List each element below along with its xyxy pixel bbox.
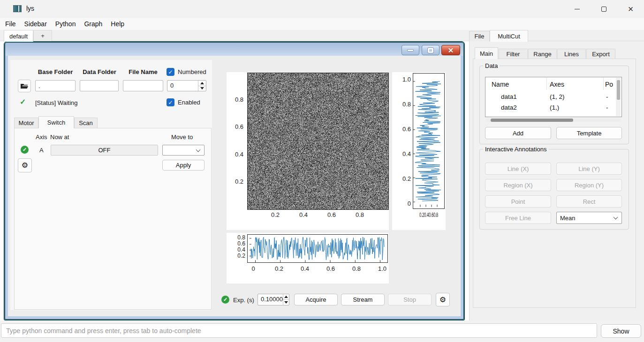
table-row-cell[interactable]: (1,)	[550, 104, 559, 111]
menu-python[interactable]: Python	[51, 18, 80, 30]
workspace-tab-default[interactable]: default	[4, 30, 33, 42]
application-window: lys × File Sidebar Python Graph Help def…	[0, 0, 644, 342]
workspace-tab-add[interactable]: +	[33, 30, 52, 41]
file-name-input[interactable]	[123, 80, 163, 91]
window-minimize-button[interactable]	[564, 0, 591, 18]
add-button[interactable]: Add	[485, 127, 551, 139]
line-x-button[interactable]: Line (X)	[485, 163, 551, 175]
table-horizontal-scrollbar[interactable]	[486, 119, 621, 122]
file-number-spinbox[interactable]: 0	[167, 80, 206, 91]
inner-minimize-button[interactable]	[402, 45, 419, 55]
scrollbar-handle[interactable]	[491, 119, 573, 122]
up-arrow-icon	[200, 82, 204, 84]
menu-sidebar[interactable]: Sidebar	[20, 18, 51, 30]
data-folder-input[interactable]	[80, 80, 119, 91]
image-ytick: 0.2	[229, 178, 243, 185]
maximize-icon	[428, 48, 433, 53]
scrollbar-handle[interactable]	[617, 80, 620, 100]
table-vertical-scrollbar[interactable]	[616, 78, 621, 116]
table-row-cell[interactable]: -	[606, 93, 608, 100]
subtab-main[interactable]: Main	[475, 47, 498, 59]
subtab-export[interactable]: Export	[586, 49, 615, 59]
exposure-spinbox[interactable]: 0.10000	[258, 294, 289, 305]
switch-settings-button[interactable]: ⚙	[18, 158, 32, 172]
table-row-cell[interactable]: data1	[501, 93, 517, 100]
numbered-checkbox[interactable]: ✓	[167, 68, 174, 76]
image-xtick: 0.8	[350, 211, 369, 218]
move-to-combobox[interactable]	[162, 145, 205, 156]
column-axes: Axes	[550, 81, 564, 88]
axis-now-value[interactable]: OFF	[51, 145, 158, 156]
image-plot-canvas[interactable]	[247, 73, 389, 210]
spin-arrows	[198, 81, 206, 91]
table-row-cell[interactable]: (1, 2)	[550, 93, 565, 100]
bottom-ytick: 0.2	[232, 253, 245, 259]
show-button[interactable]: Show	[601, 324, 641, 338]
side-ytick: 0.8	[397, 101, 411, 108]
side-ytick: 0.6	[397, 126, 411, 133]
mean-combobox[interactable]: Mean	[556, 212, 622, 224]
menubar: File Sidebar Python Graph Help	[0, 18, 644, 30]
side-ytick: 1.0	[397, 76, 411, 83]
table-row-cell[interactable]: data2	[501, 104, 517, 111]
window-close-button[interactable]: ×	[617, 0, 644, 18]
template-button[interactable]: Template	[556, 127, 622, 139]
minimize-icon	[575, 9, 580, 9]
free-line-button[interactable]: Free Line	[485, 212, 551, 224]
menu-help[interactable]: Help	[106, 18, 129, 30]
spin-up-button[interactable]	[198, 81, 206, 86]
spin-arrows	[283, 294, 289, 305]
subtab-lines[interactable]: Lines	[557, 49, 586, 59]
subtab-filter[interactable]: Filter	[499, 49, 528, 59]
bottom-xtick: 0.4	[295, 265, 314, 272]
exposure-value: 0.10000	[258, 294, 283, 305]
menu-file[interactable]: File	[1, 18, 20, 30]
bottom-ytick: 0.6	[232, 240, 245, 247]
acquisition-window-titlebar[interactable]	[5, 43, 463, 56]
menu-graph[interactable]: Graph	[80, 18, 106, 30]
app-icon	[13, 5, 22, 12]
check-icon: ✓	[168, 69, 173, 75]
sidebar-tab-multicut[interactable]: MultiCut	[490, 30, 528, 42]
region-y-button[interactable]: Region (Y)	[556, 179, 622, 191]
camera-settings-button[interactable]: ⚙	[436, 293, 450, 306]
region-x-button[interactable]: Region (X)	[485, 179, 551, 191]
mean-combobox-value: Mean	[560, 215, 576, 222]
base-folder-input[interactable]	[35, 80, 76, 91]
tab-scan[interactable]: Scan	[74, 118, 98, 128]
acquire-button[interactable]: Acquire	[294, 294, 338, 305]
stop-button[interactable]: Stop	[388, 294, 432, 305]
side-plot-canvas[interactable]	[413, 73, 445, 209]
spin-up-button[interactable]	[283, 294, 289, 300]
column-position: Po	[605, 81, 613, 88]
down-arrow-icon	[284, 301, 288, 304]
column-name: Name	[492, 81, 509, 88]
inner-close-button[interactable]: ✕	[441, 45, 460, 55]
spin-down-button[interactable]	[198, 86, 206, 91]
exposure-status-icon: ✓	[221, 296, 229, 304]
gear-icon: ⚙	[439, 296, 446, 304]
spin-down-button[interactable]	[283, 300, 289, 305]
window-maximize-button[interactable]	[591, 0, 617, 18]
python-command-input[interactable]	[1, 323, 597, 338]
line-y-button[interactable]: Line (Y)	[556, 163, 622, 175]
browse-folder-button[interactable]	[18, 80, 31, 92]
chevron-down-icon	[196, 147, 201, 152]
subtab-range[interactable]: Range	[528, 49, 557, 59]
numbered-checkbox-row: ✓ Numbered	[167, 68, 206, 76]
rect-button[interactable]: Rect	[556, 195, 622, 208]
bottom-plot-canvas[interactable]	[247, 234, 388, 263]
image-ytick: 0.6	[229, 123, 243, 130]
table-row-cell[interactable]: -	[606, 104, 608, 111]
stream-button[interactable]: Stream	[341, 294, 385, 305]
down-arrow-icon	[200, 87, 204, 89]
enabled-checkbox[interactable]: ✓	[167, 98, 174, 106]
sidebar-tab-file[interactable]: File	[469, 31, 490, 41]
status-text: [Status] Waiting	[35, 99, 78, 106]
bottom-xtick: 0	[244, 265, 263, 272]
apply-button[interactable]: Apply	[162, 160, 205, 171]
point-button[interactable]: Point	[485, 195, 551, 208]
tab-switch[interactable]: Switch	[38, 116, 74, 128]
inner-maximize-button[interactable]	[422, 45, 439, 55]
tab-motor[interactable]: Motor	[14, 118, 38, 128]
